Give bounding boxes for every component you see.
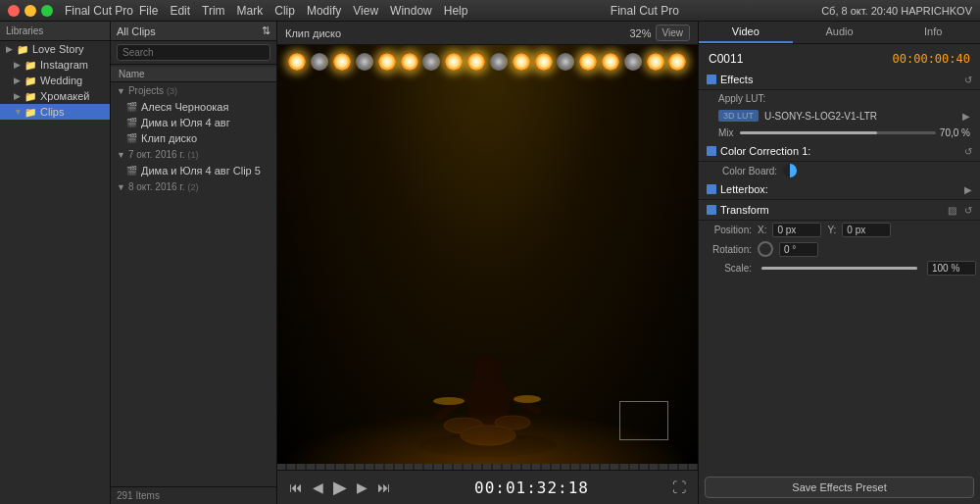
menu-mark[interactable]: Mark	[237, 4, 264, 18]
clip-duration: 00:00:00:40	[893, 52, 970, 66]
play-button[interactable]: ▶	[329, 475, 351, 500]
search-input[interactable]	[117, 44, 270, 61]
rotation-label: Rotation:	[703, 244, 752, 255]
tab-audio[interactable]: Audio	[793, 22, 887, 43]
svg-point-8	[433, 397, 465, 405]
transform-reset[interactable]: ↺	[964, 205, 972, 216]
maximize-button[interactable]	[41, 5, 53, 17]
menu-view[interactable]: View	[353, 4, 378, 18]
tab-video[interactable]: Video	[699, 22, 793, 43]
mix-slider-container[interactable]: 70,0 %	[740, 127, 970, 138]
sidebar-item-love-story[interactable]: ▶ 📁 Love Story	[0, 41, 110, 57]
effects-section-header[interactable]: Effects ↺	[699, 70, 980, 90]
folder-icon: 📁	[24, 107, 37, 118]
rotation-input[interactable]	[779, 242, 818, 257]
sidebar-item-label: Instagram	[40, 59, 88, 71]
effects-reset-icon[interactable]: ↺	[964, 75, 972, 85]
sidebar-tree[interactable]: ▶ 📁 Love Story ▶ 📁 Instagram ▶ 📁 Wedding…	[0, 41, 110, 504]
clip-dima-5[interactable]: 🎬 Дима и Юля 4 авг Clip 5	[111, 163, 276, 178]
expand-arrow: ▶	[14, 60, 24, 70]
sidebar-item-label: Хромакей	[40, 90, 89, 102]
light-6	[401, 53, 418, 71]
color-correction-header[interactable]: Color Correction 1: ↺	[699, 141, 980, 162]
clip-label: Дима и Юля 4 авг Clip 5	[141, 165, 261, 176]
browser-title: All Clips	[117, 25, 156, 37]
menu-clip[interactable]: Clip	[274, 4, 295, 18]
light-11	[513, 53, 530, 71]
x-label: X:	[758, 225, 766, 235]
oct7-section[interactable]: ▼ 7 окт. 2016 г. (1)	[111, 146, 276, 163]
sidebar-item-label: Clips	[40, 106, 64, 118]
oct8-section[interactable]: ▼ 8 окт. 2016 г. (2)	[111, 178, 276, 195]
color-correction-checkbox[interactable]	[707, 146, 716, 156]
sidebar-item-wedding[interactable]: ▶ 📁 Wedding	[0, 73, 110, 88]
light-10	[490, 53, 508, 71]
transform-checkbox[interactable]	[707, 205, 716, 215]
position-y-input[interactable]	[842, 223, 891, 237]
save-effects-preset-button[interactable]: Save Effects Preset	[705, 477, 974, 498]
section-count: (1)	[188, 150, 199, 160]
scale-slider[interactable]	[761, 267, 917, 270]
position-row: Position: X: Y:	[699, 221, 980, 239]
forward-button[interactable]: ▶	[353, 478, 371, 497]
folder-icon: 📁	[24, 76, 37, 86]
transform-section-header[interactable]: Transform ▨ ↺	[699, 200, 980, 221]
letterbox-checkbox[interactable]	[707, 184, 716, 194]
effects-checkbox[interactable]	[707, 75, 716, 84]
color-board-icon[interactable]	[783, 164, 797, 177]
close-button[interactable]	[8, 5, 20, 17]
color-board-row: Color Board:	[699, 162, 980, 179]
lut-value-row: 3D LUT U-SONY-S-LOG2-V1-LTR ▶	[699, 107, 980, 125]
window-title: Final Cut Pro	[611, 4, 679, 18]
name-column-header: Name	[119, 69, 145, 79]
y-label: Y:	[827, 225, 836, 235]
clip-dima-yulya[interactable]: 🎬 Дима и Юля 4 авг	[111, 115, 276, 130]
clip-id-row: C0011 00:00:00:40	[699, 48, 980, 70]
transform-title: Transform	[720, 204, 769, 216]
menu-modify[interactable]: Modify	[307, 4, 341, 18]
sidebar-item-instagram[interactable]: ▶ 📁 Instagram	[0, 57, 110, 73]
titlebar-left: Final Cut Pro File Edit Trim Mark Clip M…	[8, 4, 467, 18]
folder-icon: 📁	[24, 91, 37, 102]
sidebar-item-label: Love Story	[32, 43, 84, 55]
sidebar-title: Libraries	[6, 25, 43, 36]
selection-rect	[619, 401, 668, 440]
go-to-end-button[interactable]: ⏭	[373, 478, 395, 497]
expand-arrow: ▶	[14, 91, 24, 101]
sidebar-item-clips[interactable]: ▼ 📁 Clips	[0, 104, 110, 120]
section-arrow: ▼	[117, 182, 125, 192]
rotation-dial[interactable]	[758, 241, 773, 257]
section-arrow: ▼	[117, 86, 125, 96]
menu-help[interactable]: Help	[444, 4, 468, 18]
titlebar: Final Cut Pro File Edit Trim Mark Clip M…	[0, 0, 980, 22]
go-to-start-button[interactable]: ⏮	[285, 478, 307, 497]
menu-trim[interactable]: Trim	[202, 4, 225, 18]
apply-lut-row: Apply LUT:	[699, 90, 980, 107]
projects-section[interactable]: ▼ Projects (3)	[111, 82, 276, 99]
letterbox-arrow: ▶	[964, 184, 972, 195]
inspector-tabs: Video Audio Info	[699, 22, 980, 44]
fullscreen-button[interactable]: ⛶	[668, 478, 690, 497]
view-button[interactable]: View	[656, 25, 691, 41]
mix-slider[interactable]	[740, 131, 936, 134]
clip-icon: 🎬	[126, 118, 137, 127]
expand-arrow: ▼	[14, 107, 24, 117]
menu-file[interactable]: File	[139, 4, 158, 18]
rewind-button[interactable]: ◀	[309, 478, 327, 497]
letterbox-header[interactable]: Letterbox: ▶	[699, 179, 980, 200]
minimize-button[interactable]	[24, 5, 36, 17]
main-area: Libraries ▶ 📁 Love Story ▶ 📁 Instagram ▶…	[0, 22, 980, 504]
tab-info[interactable]: Info	[886, 22, 980, 43]
letterbox-title: Letterbox:	[720, 183, 768, 195]
svg-point-2	[474, 356, 502, 383]
clip-aleся[interactable]: 🎬 Алеся Черноокая	[111, 99, 276, 115]
sort-icon[interactable]: ⇅	[262, 25, 270, 37]
sidebar-item-chromakey[interactable]: ▶ 📁 Хромакей	[0, 88, 110, 104]
clip-klip-disco[interactable]: 🎬 Клип диско	[111, 130, 276, 146]
position-x-input[interactable]	[772, 223, 821, 237]
color-reset-icon[interactable]: ↺	[964, 146, 972, 157]
scale-label: Scale:	[703, 263, 752, 274]
menu-edit[interactable]: Edit	[170, 4, 190, 18]
scale-input[interactable]	[927, 261, 976, 276]
menu-window[interactable]: Window	[390, 4, 432, 18]
